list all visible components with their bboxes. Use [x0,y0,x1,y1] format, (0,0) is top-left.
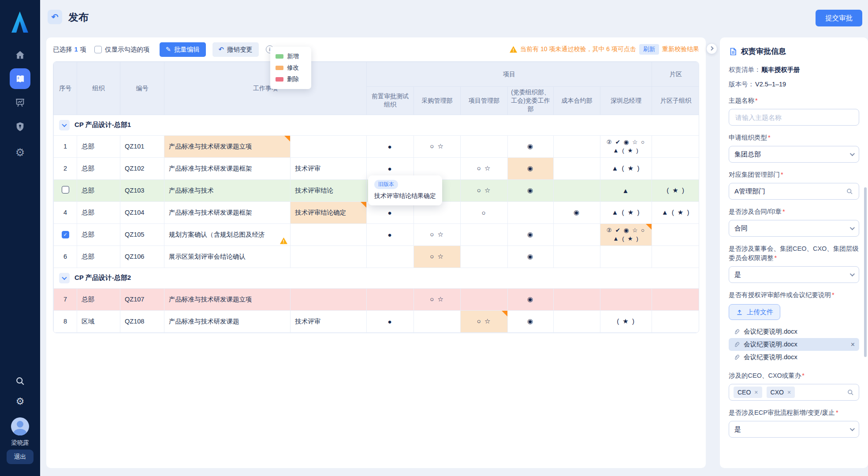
sidebar-item-permissions[interactable] [0,121,40,132]
cell-role-symbols[interactable] [461,135,508,157]
collapse-group-button[interactable] [59,273,70,283]
cell-role-symbols[interactable] [414,310,461,332]
cell-role-symbols[interactable] [508,201,554,223]
file-list: 会议纪要说明.docx会议纪要说明.docx×会议纪要说明.docx [729,325,859,364]
row-checkbox[interactable]: ✓ [62,231,69,238]
file-item[interactable]: 会议纪要说明.docx [729,351,859,364]
row-checkbox[interactable] [62,186,69,193]
cell-role-symbols[interactable] [652,135,699,157]
avatar[interactable] [11,417,29,435]
remove-tag-icon[interactable]: × [754,389,758,396]
cell-role-symbols[interactable]: ○ ☆ [414,288,461,310]
cell-role-symbols[interactable]: ▲ ( ★ ) [600,157,652,179]
cell-role-symbols[interactable]: ▲ ( ★ ) [600,201,652,223]
remove-file-icon[interactable]: × [851,341,855,349]
col-header-project-4: 成本合约部 [554,87,600,115]
cell-role-symbols[interactable] [554,179,600,201]
only-checked-toggle[interactable]: 仅显示勾选的项 [94,45,150,54]
cell-role-symbols[interactable]: ● [367,310,414,332]
cell-role-symbols[interactable]: ○ ☆ [414,223,461,245]
cell-role-symbols[interactable] [652,310,699,332]
cell-role-symbols[interactable] [554,223,600,245]
cell-role-symbols[interactable] [600,245,652,268]
cell-role-symbols[interactable] [554,288,600,310]
undo-change-button[interactable]: ↶ 撤销变更 [212,42,259,57]
cell-role-symbols[interactable]: ○ [461,201,508,223]
cell-role-symbols[interactable]: ② ✔ ◉ ☆ ○▲ ( ★ ) [600,223,652,245]
cell-role-symbols[interactable] [367,245,414,268]
sidebar-item-library-active[interactable] [10,68,30,89]
file-item[interactable]: 会议纪要说明.docx× [729,338,859,351]
cell-role-symbols[interactable]: ② ✔ ◉ ☆ ○▲ ( ★ ) [600,135,652,157]
sidebar-item-search[interactable] [0,376,40,387]
cell-role-symbols[interactable]: ○ ☆ [461,157,508,179]
cell-role-symbols[interactable]: ( ★ ) [600,310,652,332]
board-select[interactable]: 是 [729,266,859,283]
org-type-select[interactable]: 集团总部 [729,146,859,163]
cell-role-symbols[interactable]: ● [367,223,414,245]
dept-search-input[interactable]: A管理部门 [729,183,859,200]
cell-role-symbols[interactable]: ▲ ( ★ ) [652,201,699,223]
cell-role-symbols[interactable] [652,245,699,268]
cell-role-symbols[interactable]: ◉ [508,245,554,268]
upload-file-button[interactable]: 上传文件 [729,304,780,320]
cell-role-symbols[interactable]: ○ ☆ [461,179,508,201]
sidebar-item-home[interactable] [0,49,40,60]
back-button[interactable]: ↶ [48,10,62,24]
cell-role-symbols[interactable]: ◉ [508,310,554,332]
legend-label: 新增 [287,52,299,60]
attachment-label: 是否有授权评审邮件或会议纪要说明 [729,290,859,300]
submit-approval-button[interactable]: 提交审批 [816,10,862,26]
book-icon [15,73,26,85]
sidebar-item-settings[interactable]: ⚙ [0,147,40,158]
cell-role-symbols[interactable] [461,223,508,245]
collapse-panel-button[interactable] [706,43,717,54]
cell-role-symbols[interactable]: ◉ [508,135,554,157]
cell-role-symbols[interactable]: ● [367,135,414,157]
cell-role-symbols[interactable]: ▲ [600,179,652,201]
group-header: CP 产品设计-总部2 [54,273,699,283]
cell-role-symbols[interactable] [554,310,600,332]
ceo-tag-input[interactable]: CEO×CXO× [729,384,859,401]
cell-role-symbols[interactable]: ◉ [508,157,554,179]
cell-code: QZ101 [120,135,164,157]
ecp-select[interactable]: 是 [729,421,859,438]
cell-role-symbols[interactable]: ( ★ ) [652,179,699,201]
panel-scrollbar[interactable] [864,187,867,357]
cell-role-symbols[interactable] [652,157,699,179]
table-row: ✓总部QZ105规划方案确认（含规划总图及经济!●○ ☆◉② ✔ ◉ ☆ ○▲ … [54,223,700,245]
theme-input[interactable] [734,113,853,122]
cell-role-symbols[interactable]: ◉ [508,223,554,245]
cell-role-symbols[interactable] [554,135,600,157]
cell-role-symbols[interactable]: ○ ☆ [414,245,461,268]
sidebar-item-reports[interactable] [0,97,40,108]
cell-role-symbols[interactable] [652,288,699,310]
cell-role-symbols[interactable] [367,288,414,310]
cell-role-symbols[interactable] [554,245,600,268]
batch-edit-button[interactable]: ✎ 批量编辑 [160,42,206,57]
cell-role-symbols[interactable] [600,288,652,310]
cell-role-symbols[interactable] [652,223,699,245]
cell-role-symbols[interactable]: ◉ [554,201,600,223]
cell-role-symbols[interactable]: ◉ [508,288,554,310]
contract-select[interactable]: 合同 [729,220,859,237]
only-checked-checkbox[interactable] [94,46,102,53]
paperclip-icon [733,341,740,348]
cell-role-symbols[interactable] [554,157,600,179]
collapse-group-button[interactable] [59,120,70,130]
sidebar-item-preferences[interactable]: ⚙ [0,397,40,406]
cell-org: 总部 [77,179,120,201]
search-icon [847,389,854,396]
logout-button[interactable]: 退出 [7,450,34,464]
cell-role-symbols[interactable] [461,288,508,310]
file-item[interactable]: 会议纪要说明.docx [729,325,859,338]
cell-role-symbols[interactable] [461,245,508,268]
chevron-down-icon [850,151,855,156]
cell-role-symbols[interactable]: ○ ☆ [461,310,508,332]
cell-role-symbols[interactable]: ◉ [508,179,554,201]
cell-role-symbols[interactable]: ○ ☆ [414,135,461,157]
remove-tag-icon[interactable]: × [787,389,791,396]
revalidate-link[interactable]: 重新校验结果 [662,45,699,53]
refresh-button[interactable]: 刷新 [639,44,659,55]
theme-input-wrap [729,109,859,126]
